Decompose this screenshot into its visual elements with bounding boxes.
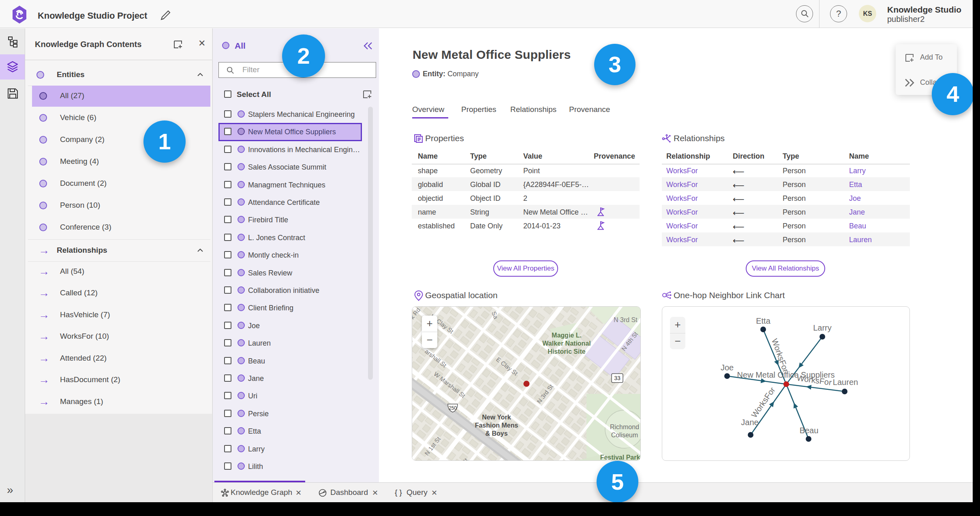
svg-text:Festival Park: Festival Park: [600, 454, 640, 461]
svg-text:250: 250: [449, 405, 457, 411]
svg-text:33: 33: [614, 375, 621, 381]
svg-text:Coliseum: Coliseum: [611, 432, 638, 439]
svg-text:Fashion Mens: Fashion Mens: [475, 422, 518, 429]
svg-text:& Boys: & Boys: [485, 430, 507, 437]
svg-text:Beau: Beau: [800, 426, 819, 435]
svg-text:New York: New York: [482, 414, 511, 421]
svg-text:Joe: Joe: [721, 363, 734, 372]
svg-text:Larry: Larry: [813, 323, 832, 332]
svg-text:Historic Site: Historic Site: [548, 348, 585, 355]
svg-text:WorksFor: WorksFor: [770, 338, 790, 374]
svg-text:N 3rd St: N 3rd St: [614, 316, 638, 323]
svg-text:Walker National: Walker National: [542, 340, 591, 347]
svg-text:Etta: Etta: [756, 316, 770, 325]
svg-text:Richmond: Richmond: [610, 424, 639, 430]
svg-text:Maggie L.: Maggie L.: [552, 332, 582, 339]
svg-text:Lauren: Lauren: [833, 378, 858, 387]
